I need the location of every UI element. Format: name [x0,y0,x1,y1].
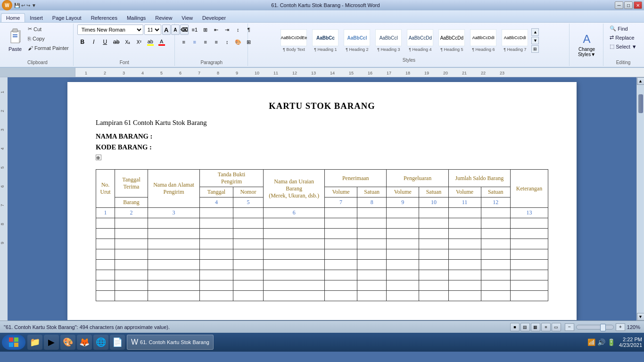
taskbar-explorer-icon[interactable]: 📁 [27,335,42,350]
bold-button[interactable]: B [77,37,88,47]
font-size-select[interactable]: 11 [144,25,161,35]
col-num-10: 10 [419,197,448,208]
style-heading3[interactable]: AaBbCcI ¶ Heading 3 [373,26,404,55]
copy-button[interactable]: ⎘ Copy [26,34,70,43]
tab-home[interactable]: Home [1,13,25,22]
increase-indent-button[interactable]: ⇥ [222,25,232,35]
paste-button[interactable]: Paste [5,25,25,55]
draft-button[interactable]: ▭ [552,323,561,331]
restore-button[interactable]: □ [624,1,633,9]
font-name-select[interactable]: Times New Roman [77,25,143,35]
bullets-button[interactable]: ≡• [179,25,189,35]
sort-button[interactable]: ↕ [233,25,243,35]
zoom-slider-thumb[interactable] [600,324,606,331]
find-button[interactable]: 🔍 Find [608,25,629,33]
decrease-indent-button[interactable]: ⇤ [211,25,222,35]
status-bar: "61. Contoh Kartu Stok Barang": 494 char… [0,321,644,333]
scroll-up-button[interactable]: ▲ [637,77,644,85]
table-move-handle[interactable]: ⊕ [96,155,101,160]
tab-references[interactable]: References [86,14,122,22]
zoom-in-button[interactable]: + [616,323,625,331]
undo-button[interactable]: ↩ [21,3,25,8]
strikethrough-button[interactable]: ab [111,37,122,47]
styles-scroll-down[interactable]: ▼ [531,37,539,44]
taskbar-firefox-icon[interactable]: 🦊 [77,335,92,350]
full-reading-button[interactable]: ▤ [520,323,530,331]
dropdown-quick[interactable]: ▼ [32,3,36,8]
style-heading7[interactable]: AaBbCcDdI ¶ Heading 7 [500,26,530,55]
doc-scroll-area[interactable]: KARTU STOK BARANG Lampiran 61 Contoh Kar… [8,77,636,321]
font-size-increase-button[interactable]: A [162,25,171,35]
svg-text:15: 15 [349,71,354,75]
tab-developer[interactable]: Developer [198,14,231,22]
numbering-button[interactable]: ≡1 [190,25,200,35]
style-body-text[interactable]: AaBbCcDdEe ¶ Body Text [279,26,309,55]
scroll-down-button[interactable]: ▼ [637,313,644,321]
style-h7-label: ¶ Heading 7 [504,47,526,52]
tab-view[interactable]: View [177,14,198,22]
cut-button[interactable]: ✂ Cut [26,25,70,33]
close-button[interactable]: ✕ [634,1,642,9]
zoom-out-button[interactable]: − [565,323,574,331]
style-heading6[interactable]: AaBbCcDdI ¶ Heading 6 [468,26,498,55]
taskbar-word-app[interactable]: W 61. Contoh Kartu Stok Barang [127,335,214,350]
svg-text:1: 1 [85,71,87,75]
svg-text:7: 7 [198,71,200,75]
shading-button[interactable]: 🎨 [233,37,243,47]
scroll-track[interactable] [638,85,644,313]
window-controls: ─ □ ✕ [615,1,642,9]
tab-insert[interactable]: Insert [25,14,48,22]
align-right-button[interactable]: ≡ [200,37,211,47]
style-heading4[interactable]: AaBbCcDd ¶ Heading 4 [405,26,435,55]
taskbar-media-icon[interactable]: ▶ [44,335,59,350]
change-styles-icon: A [583,33,590,46]
subscript-button[interactable]: X₂ [123,37,133,47]
styles-more-button[interactable]: ⊞ [531,45,539,53]
clipboard-label: Clipboard [27,60,48,65]
multilevel-button[interactable]: ⊞ [200,25,211,35]
style-heading1[interactable]: AaBbCc ¶ Heading 1 [310,26,340,55]
editing-group: 🔍 Find ⇄ Replace ⬚ Select ▼ Editing [604,24,642,66]
italic-button[interactable]: I [89,37,99,47]
style-h1-label: ¶ Heading 1 [314,47,337,52]
start-button[interactable] [2,335,25,350]
minimize-button[interactable]: ─ [615,1,623,9]
replace-button[interactable]: ⇄ Replace [608,33,636,41]
underline-button[interactable]: U [100,37,110,47]
tab-review[interactable]: Review [150,14,177,22]
format-painter-button[interactable]: 🖌 Format Painter [26,43,70,52]
zoom-controls: − + 120% [565,323,640,331]
styles-scroll-up[interactable]: ▲ [531,28,539,36]
num-5-b [233,208,263,218]
table-row [96,218,548,229]
text-highlight-button[interactable]: ab [145,37,156,47]
save-quick-button[interactable]: 💾 [14,3,20,8]
zoom-slider[interactable] [576,325,614,329]
superscript-button[interactable]: X² [134,37,144,47]
line-spacing-button[interactable]: ↕ [222,37,232,47]
tab-page-layout[interactable]: Page Layout [48,14,86,22]
clipboard-group: Paste ✂ Cut ⎘ Copy 🖌 Format Painter Clip… [2,24,74,66]
taskbar-docs-icon[interactable]: 📄 [110,335,125,350]
select-button[interactable]: ⬚ Select ▼ [608,42,639,50]
tab-mailings[interactable]: Mailings [122,14,150,22]
web-layout-button[interactable]: ▦ [531,323,540,331]
style-heading2[interactable]: AaBbCcI ¶ Heading 2 [342,26,372,55]
redo-button[interactable]: ↪ [26,3,30,8]
header-nama-alamat: Nama dan AlamatPengirim [148,170,200,208]
align-left-button[interactable]: ≡ [179,37,189,47]
style-heading5[interactable]: AaBbCcDd ¶ Heading 5 [437,26,467,55]
print-layout-button[interactable]: ■ [510,323,520,331]
document-subtitle: Lampiran 61 Contoh Kartu Stok Barang [96,119,548,127]
outline-button[interactable]: ≡ [541,323,551,331]
justify-button[interactable]: ≡ [211,37,222,47]
font-color-button[interactable]: A [157,37,167,47]
align-center-button[interactable]: ≡ [190,37,200,47]
taskbar-paint-icon[interactable]: 🎨 [60,335,75,350]
header-tanggal-bukti: Tanggal [200,187,233,197]
office-button[interactable]: W [2,0,12,10]
header-satuan-saldo: Satuan [481,187,510,197]
style-h1-preview: AaBbCc [312,29,339,46]
taskbar-chrome-icon[interactable]: 🌐 [93,335,108,350]
cut-label: Cut [33,26,41,32]
